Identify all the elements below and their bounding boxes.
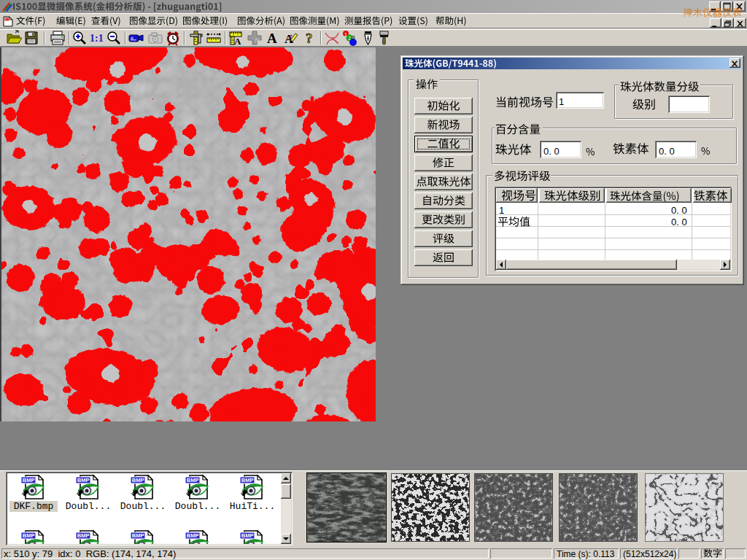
svg-text:A: A (267, 31, 277, 46)
svg-text:A: A (234, 36, 241, 46)
svg-text:2: 2 (348, 36, 351, 41)
svg-text:DOC: DOC (5, 18, 11, 21)
svg-text:3: 3 (352, 34, 355, 41)
svg-text:?: ? (306, 31, 313, 46)
svg-text:1:1: 1:1 (90, 33, 104, 44)
svg-text:1: 1 (344, 32, 347, 37)
